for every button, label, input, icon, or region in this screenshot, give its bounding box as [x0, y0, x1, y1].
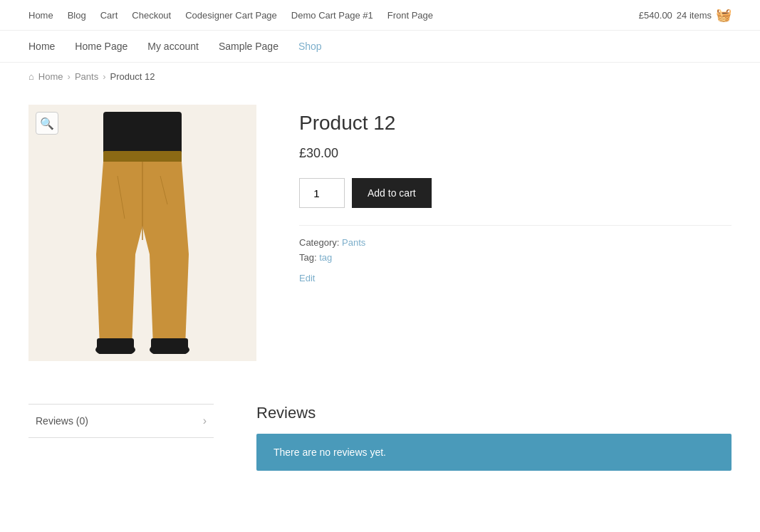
reviews-tab-panel: Reviews (0) › — [28, 404, 214, 471]
breadcrumb-home[interactable]: Home — [38, 71, 63, 82]
add-to-cart-button[interactable]: Add to cart — [352, 178, 432, 208]
svg-rect-6 — [151, 338, 188, 351]
tag-value-link[interactable]: tag — [319, 252, 332, 263]
chevron-right-icon: › — [203, 414, 207, 427]
main-nav-shop[interactable]: Shop — [298, 41, 322, 52]
product-container: 🔍 — [0, 90, 760, 390]
tag-label: Tag: — [299, 252, 317, 263]
top-nav-cart[interactable]: Cart — [100, 10, 118, 21]
product-price: £30.00 — [299, 146, 732, 161]
cart-items-count: 24 items — [677, 10, 712, 21]
top-nav-front-page[interactable]: Front Page — [387, 10, 433, 21]
no-reviews-message: There are no reviews yet. — [256, 434, 732, 471]
top-nav-links: Home Blog Cart Checkout Codesigner Cart … — [28, 10, 433, 21]
breadcrumb-sep-2: › — [103, 71, 105, 82]
breadcrumb: ⌂ Home › Pants › Product 12 — [0, 63, 760, 90]
quantity-input[interactable] — [299, 178, 345, 208]
product-details: Product 12 £30.00 Add to cart Category: … — [299, 105, 732, 361]
cart-summary[interactable]: £540.00 24 items 🧺 — [639, 7, 732, 23]
main-nav-homepage[interactable]: Home Page — [75, 41, 127, 52]
top-nav-checkout[interactable]: Checkout — [132, 10, 171, 21]
breadcrumb-pants[interactable]: Pants — [75, 71, 98, 82]
product-category-row: Category: Pants — [299, 237, 732, 248]
add-to-cart-row: Add to cart — [299, 178, 732, 208]
product-divider — [299, 225, 732, 226]
edit-link[interactable]: Edit — [299, 273, 315, 283]
svg-rect-0 — [103, 112, 182, 155]
cart-basket-icon: 🧺 — [716, 7, 732, 23]
top-nav-bar: Home Blog Cart Checkout Codesigner Cart … — [0, 0, 760, 31]
product-title: Product 12 — [299, 112, 732, 135]
top-nav-codesigner-cart[interactable]: Codesigner Cart Page — [185, 10, 277, 21]
top-nav-home[interactable]: Home — [28, 10, 53, 21]
zoom-button[interactable]: 🔍 — [36, 112, 58, 135]
category-label: Category: — [299, 237, 339, 248]
top-nav-demo-cart[interactable]: Demo Cart Page #1 — [291, 10, 373, 21]
breadcrumb-current: Product 12 — [110, 71, 155, 82]
svg-rect-4 — [97, 338, 134, 351]
reviews-tab[interactable]: Reviews (0) › — [28, 404, 214, 438]
cart-total: £540.00 — [639, 10, 672, 21]
main-nav-bar: Home Home Page My account Sample Page Sh… — [0, 31, 760, 63]
category-value-link[interactable]: Pants — [342, 237, 365, 248]
zoom-icon: 🔍 — [40, 117, 54, 130]
reviews-content: Reviews There are no reviews yet. — [256, 404, 732, 471]
reviews-section: Reviews (0) › Reviews There are no revie… — [0, 390, 760, 499]
product-image-svg — [64, 112, 221, 354]
main-nav-home[interactable]: Home — [28, 41, 55, 52]
reviews-title: Reviews — [256, 404, 732, 422]
product-tag-row: Tag: tag — [299, 252, 732, 263]
reviews-tab-label: Reviews (0) — [36, 415, 88, 427]
product-image — [28, 105, 256, 361]
home-icon: ⌂ — [28, 71, 34, 82]
top-nav-blog[interactable]: Blog — [68, 10, 86, 21]
breadcrumb-sep-1: › — [68, 71, 71, 82]
product-image-area: 🔍 — [28, 105, 256, 361]
main-nav-samplepage[interactable]: Sample Page — [219, 41, 279, 52]
main-nav-myaccount[interactable]: My account — [147, 41, 199, 52]
